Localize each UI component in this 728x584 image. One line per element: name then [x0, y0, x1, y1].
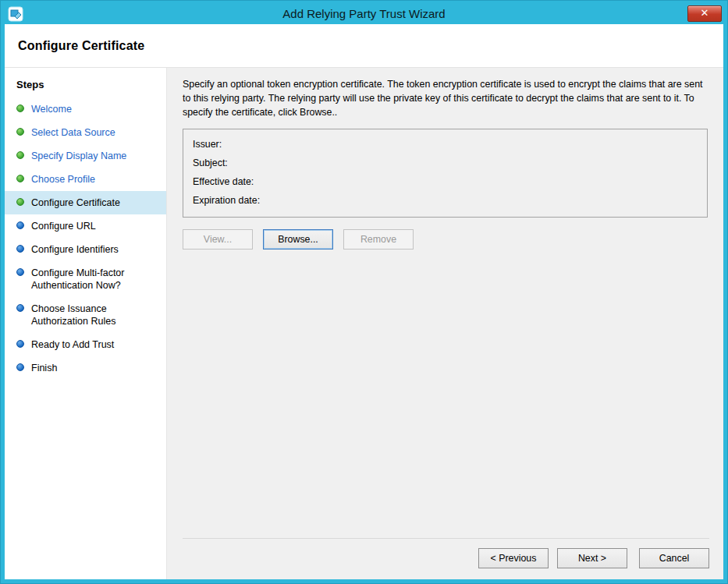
- pending-step-dot-icon: [16, 363, 24, 371]
- previous-button[interactable]: < Previous: [478, 548, 549, 568]
- page-title: Configure Certificate: [18, 39, 144, 53]
- sidebar-step-choose-profile[interactable]: Choose Profile: [5, 168, 166, 191]
- main-panel: Specify an optional token encryption cer…: [167, 68, 723, 579]
- certificate-actions: View... Browse... Remove: [183, 229, 709, 250]
- step-label: Choose Profile: [31, 173, 100, 186]
- sidebar-step-configure-certificate: Configure Certificate: [5, 191, 166, 214]
- close-button[interactable]: ✕: [687, 5, 722, 22]
- page-header: Configure Certificate: [5, 24, 723, 68]
- cert-field-label: Issuer:: [193, 135, 222, 154]
- pending-step-dot-icon: [16, 340, 24, 348]
- view-button: View...: [183, 229, 253, 250]
- completed-step-dot-icon: [16, 104, 24, 112]
- cert-field-label: Subject:: [193, 154, 228, 172]
- sidebar-step-select-data-source[interactable]: Select Data Source: [5, 121, 166, 144]
- step-label: Select Data Source: [31, 126, 120, 139]
- next-button[interactable]: Next >: [557, 548, 627, 568]
- pending-step-dot-icon: [16, 245, 24, 253]
- description-text: Specify an optional token encryption cer…: [183, 78, 704, 120]
- sidebar-step-configure-url: Configure URL: [5, 214, 166, 238]
- wizard-icon: [8, 6, 23, 22]
- cert-field-issuer: Issuer:: [193, 135, 698, 154]
- pending-step-dot-icon: [16, 221, 24, 229]
- step-label: Specify Display Name: [31, 150, 131, 162]
- pending-step-dot-icon: [16, 268, 24, 276]
- cert-field-label: Expiration date:: [193, 191, 260, 210]
- step-label: Configure URL: [31, 220, 101, 232]
- cert-field-expiration-date: Expiration date:: [193, 191, 698, 210]
- step-label: Finish: [31, 362, 62, 374]
- wizard-window: Add Relying Party Trust Wizard ✕ Configu…: [0, 0, 728, 584]
- cert-field-label: Effective date:: [193, 172, 254, 191]
- cert-field-effective-date: Effective date:: [193, 172, 698, 191]
- cancel-button[interactable]: Cancel: [639, 548, 709, 568]
- step-label: Configure Identifiers: [31, 243, 123, 256]
- pending-step-dot-icon: [16, 304, 24, 312]
- step-label: Choose Issuance Authorization Rules: [31, 303, 160, 327]
- completed-step-dot-icon: [16, 175, 24, 182]
- completed-step-dot-icon: [16, 151, 24, 159]
- step-label: Configure Certificate: [31, 196, 125, 209]
- completed-step-dot-icon: [16, 128, 24, 136]
- sidebar-step-welcome[interactable]: Welcome: [5, 97, 166, 121]
- browse-button[interactable]: Browse...: [263, 229, 333, 250]
- window-title: Add Relying Party Trust Wizard: [5, 7, 723, 20]
- sidebar-step-choose-issuance-authorization-rules: Choose Issuance Authorization Rules: [5, 297, 166, 333]
- cert-field-subject: Subject:: [193, 154, 698, 172]
- step-label: Welcome: [31, 103, 76, 115]
- wizard-footer: < Previous Next > Cancel: [183, 538, 709, 570]
- sidebar-step-specify-display-name[interactable]: Specify Display Name: [5, 144, 166, 168]
- wizard-chrome: Configure Certificate Steps WelcomeSelec…: [5, 24, 723, 579]
- wizard-body: Steps WelcomeSelect Data SourceSpecify D…: [5, 68, 723, 579]
- completed-step-dot-icon: [16, 198, 24, 206]
- steps-heading: Steps: [5, 75, 166, 97]
- sidebar-step-configure-multi-factor-authentication-now: Configure Multi-factor Authentication No…: [5, 261, 166, 297]
- sidebar-step-finish: Finish: [5, 356, 166, 380]
- sidebar-step-ready-to-add-trust: Ready to Add Trust: [5, 333, 166, 356]
- step-label: Ready to Add Trust: [31, 338, 119, 351]
- steps-sidebar: Steps WelcomeSelect Data SourceSpecify D…: [5, 68, 167, 579]
- steps-list: WelcomeSelect Data SourceSpecify Display…: [5, 97, 166, 380]
- certificate-details-box: Issuer:Subject:Effective date:Expiration…: [183, 129, 708, 218]
- remove-button: Remove: [343, 229, 414, 250]
- sidebar-step-configure-identifiers: Configure Identifiers: [5, 238, 166, 261]
- titlebar[interactable]: Add Relying Party Trust Wizard ✕: [5, 1, 723, 24]
- step-label: Configure Multi-factor Authentication No…: [31, 267, 160, 292]
- close-icon: ✕: [701, 8, 709, 18]
